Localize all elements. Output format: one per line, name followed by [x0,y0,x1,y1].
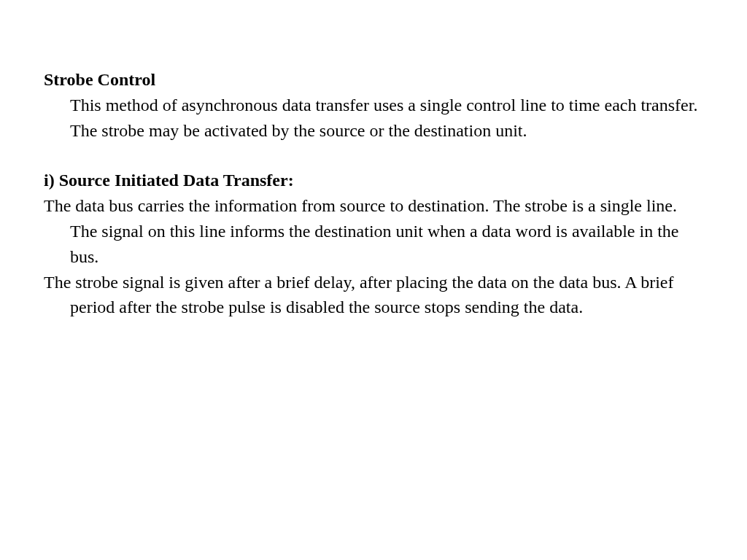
paragraph-source-databus: The data bus carries the information fro… [44,193,703,269]
section-spacer [44,143,703,168]
paragraph-source-strobe-signal: The strobe signal is given after a brief… [44,270,703,321]
paragraph-strobe-description: This method of asynchronous data transfe… [44,93,703,144]
section-heading-source-initiated: i) Source Initiated Data Transfer: [44,168,703,193]
section-heading-strobe-control: Strobe Control [44,67,703,93]
